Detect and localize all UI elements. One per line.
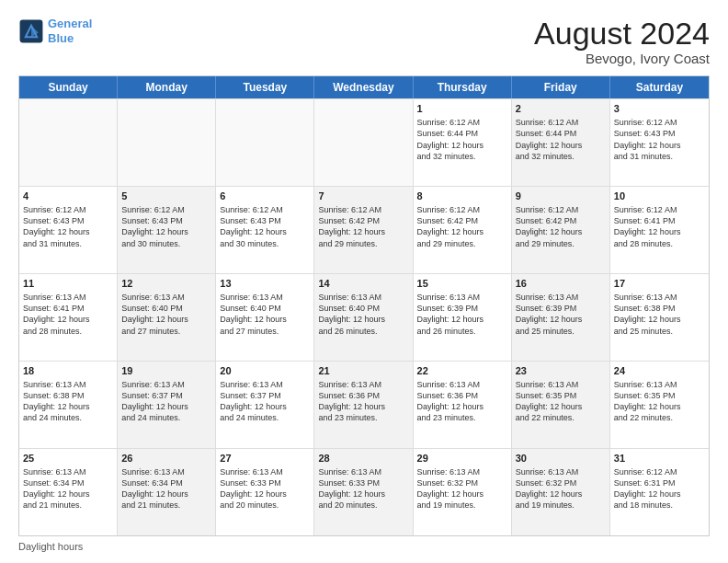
day-cell-4: 4Sunrise: 6:12 AM Sunset: 6:43 PM Daylig… — [19, 187, 118, 273]
day-cell-5: 5Sunrise: 6:12 AM Sunset: 6:43 PM Daylig… — [118, 187, 216, 273]
day-number-23: 23 — [516, 364, 606, 378]
day-cell-13: 13Sunrise: 6:13 AM Sunset: 6:40 PM Dayli… — [216, 274, 314, 361]
day-cell-18: 18Sunrise: 6:13 AM Sunset: 6:38 PM Dayli… — [19, 362, 118, 448]
day-text-12: Sunrise: 6:13 AM Sunset: 6:40 PM Dayligh… — [121, 292, 211, 337]
title-block: August 2024 Bevogo, Ivory Coast — [534, 17, 710, 66]
header-cell-tuesday: Tuesday — [216, 76, 314, 98]
empty-cell — [314, 99, 413, 186]
day-cell-1: 1Sunrise: 6:12 AM Sunset: 6:44 PM Daylig… — [414, 99, 512, 186]
day-cell-20: 20Sunrise: 6:13 AM Sunset: 6:37 PM Dayli… — [216, 362, 314, 448]
day-text-22: Sunrise: 6:13 AM Sunset: 6:36 PM Dayligh… — [417, 379, 507, 424]
day-cell-14: 14Sunrise: 6:13 AM Sunset: 6:40 PM Dayli… — [314, 274, 413, 361]
day-text-6: Sunrise: 6:12 AM Sunset: 6:43 PM Dayligh… — [220, 204, 310, 249]
calendar: SundayMondayTuesdayWednesdayThursdayFrid… — [18, 75, 710, 536]
logo: General Blue — [18, 17, 92, 45]
day-number-29: 29 — [417, 452, 507, 465]
day-text-23: Sunrise: 6:13 AM Sunset: 6:35 PM Dayligh… — [516, 379, 606, 424]
day-cell-31: 31Sunrise: 6:12 AM Sunset: 6:31 PM Dayli… — [610, 449, 709, 535]
day-cell-21: 21Sunrise: 6:13 AM Sunset: 6:36 PM Dayli… — [314, 362, 413, 448]
day-text-19: Sunrise: 6:13 AM Sunset: 6:37 PM Dayligh… — [121, 379, 211, 424]
day-cell-9: 9Sunrise: 6:12 AM Sunset: 6:42 PM Daylig… — [512, 187, 610, 273]
day-number-14: 14 — [318, 277, 408, 291]
day-text-28: Sunrise: 6:13 AM Sunset: 6:33 PM Dayligh… — [318, 466, 408, 511]
day-text-17: Sunrise: 6:13 AM Sunset: 6:38 PM Dayligh… — [614, 292, 705, 337]
day-number-10: 10 — [614, 190, 705, 203]
day-number-15: 15 — [417, 277, 507, 291]
day-number-18: 18 — [23, 364, 113, 378]
empty-cell — [19, 99, 118, 186]
day-number-30: 30 — [516, 452, 606, 465]
day-number-12: 12 — [121, 277, 211, 291]
day-cell-27: 27Sunrise: 6:13 AM Sunset: 6:33 PM Dayli… — [216, 449, 314, 535]
calendar-header-row: SundayMondayTuesdayWednesdayThursdayFrid… — [19, 76, 709, 98]
calendar-row-1: 1Sunrise: 6:12 AM Sunset: 6:44 PM Daylig… — [19, 98, 709, 186]
day-number-19: 19 — [121, 364, 211, 378]
day-number-11: 11 — [23, 277, 113, 291]
day-text-15: Sunrise: 6:13 AM Sunset: 6:39 PM Dayligh… — [417, 292, 507, 337]
header-cell-saturday: Saturday — [610, 76, 709, 98]
day-text-4: Sunrise: 6:12 AM Sunset: 6:43 PM Dayligh… — [23, 204, 113, 249]
day-text-3: Sunrise: 6:12 AM Sunset: 6:43 PM Dayligh… — [614, 117, 705, 162]
day-text-2: Sunrise: 6:12 AM Sunset: 6:44 PM Dayligh… — [516, 117, 606, 162]
day-text-24: Sunrise: 6:13 AM Sunset: 6:35 PM Dayligh… — [614, 379, 705, 424]
day-number-20: 20 — [220, 364, 310, 378]
day-text-16: Sunrise: 6:13 AM Sunset: 6:39 PM Dayligh… — [516, 292, 606, 337]
day-text-31: Sunrise: 6:12 AM Sunset: 6:31 PM Dayligh… — [614, 466, 705, 511]
day-cell-12: 12Sunrise: 6:13 AM Sunset: 6:40 PM Dayli… — [118, 274, 216, 361]
day-cell-15: 15Sunrise: 6:13 AM Sunset: 6:39 PM Dayli… — [414, 274, 512, 361]
day-cell-28: 28Sunrise: 6:13 AM Sunset: 6:33 PM Dayli… — [314, 449, 413, 535]
day-cell-6: 6Sunrise: 6:12 AM Sunset: 6:43 PM Daylig… — [216, 187, 314, 273]
day-text-25: Sunrise: 6:13 AM Sunset: 6:34 PM Dayligh… — [23, 466, 113, 511]
day-cell-22: 22Sunrise: 6:13 AM Sunset: 6:36 PM Dayli… — [414, 362, 512, 448]
calendar-body: 1Sunrise: 6:12 AM Sunset: 6:44 PM Daylig… — [19, 98, 709, 535]
day-number-24: 24 — [614, 364, 705, 378]
day-cell-30: 30Sunrise: 6:13 AM Sunset: 6:32 PM Dayli… — [512, 449, 610, 535]
day-cell-23: 23Sunrise: 6:13 AM Sunset: 6:35 PM Dayli… — [512, 362, 610, 448]
day-text-27: Sunrise: 6:13 AM Sunset: 6:33 PM Dayligh… — [220, 466, 310, 511]
day-number-28: 28 — [318, 452, 408, 465]
day-number-7: 7 — [318, 190, 408, 203]
day-cell-17: 17Sunrise: 6:13 AM Sunset: 6:38 PM Dayli… — [610, 274, 709, 361]
footer-note: Daylight hours — [18, 541, 710, 552]
day-number-2: 2 — [516, 102, 606, 116]
day-number-26: 26 — [121, 452, 211, 465]
day-number-4: 4 — [23, 190, 113, 203]
day-number-27: 27 — [220, 452, 310, 465]
day-number-5: 5 — [121, 190, 211, 203]
day-text-21: Sunrise: 6:13 AM Sunset: 6:36 PM Dayligh… — [318, 379, 408, 424]
day-cell-29: 29Sunrise: 6:13 AM Sunset: 6:32 PM Dayli… — [414, 449, 512, 535]
day-cell-7: 7Sunrise: 6:12 AM Sunset: 6:42 PM Daylig… — [314, 187, 413, 273]
day-cell-24: 24Sunrise: 6:13 AM Sunset: 6:35 PM Dayli… — [610, 362, 709, 448]
day-number-21: 21 — [318, 364, 408, 378]
day-text-9: Sunrise: 6:12 AM Sunset: 6:42 PM Dayligh… — [516, 204, 606, 249]
day-number-9: 9 — [516, 190, 606, 203]
day-text-18: Sunrise: 6:13 AM Sunset: 6:38 PM Dayligh… — [23, 379, 113, 424]
day-text-1: Sunrise: 6:12 AM Sunset: 6:44 PM Dayligh… — [417, 117, 507, 162]
header-cell-wednesday: Wednesday — [314, 76, 413, 98]
day-number-1: 1 — [417, 102, 507, 116]
day-cell-16: 16Sunrise: 6:13 AM Sunset: 6:39 PM Dayli… — [512, 274, 610, 361]
header: General Blue August 2024 Bevogo, Ivory C… — [18, 17, 710, 66]
day-text-11: Sunrise: 6:13 AM Sunset: 6:41 PM Dayligh… — [23, 292, 113, 337]
header-cell-friday: Friday — [512, 76, 610, 98]
day-text-29: Sunrise: 6:13 AM Sunset: 6:32 PM Dayligh… — [417, 466, 507, 511]
logo-icon — [18, 18, 44, 44]
day-cell-8: 8Sunrise: 6:12 AM Sunset: 6:42 PM Daylig… — [414, 187, 512, 273]
day-number-8: 8 — [417, 190, 507, 203]
location: Bevogo, Ivory Coast — [534, 51, 710, 66]
day-number-25: 25 — [23, 452, 113, 465]
day-text-8: Sunrise: 6:12 AM Sunset: 6:42 PM Dayligh… — [417, 204, 507, 249]
day-cell-3: 3Sunrise: 6:12 AM Sunset: 6:43 PM Daylig… — [610, 99, 709, 186]
header-cell-sunday: Sunday — [19, 76, 118, 98]
logo-line1: General — [48, 17, 92, 30]
page: General Blue August 2024 Bevogo, Ivory C… — [0, 0, 728, 563]
header-cell-monday: Monday — [118, 76, 216, 98]
day-cell-10: 10Sunrise: 6:12 AM Sunset: 6:41 PM Dayli… — [610, 187, 709, 273]
day-text-30: Sunrise: 6:13 AM Sunset: 6:32 PM Dayligh… — [516, 466, 606, 511]
day-text-14: Sunrise: 6:13 AM Sunset: 6:40 PM Dayligh… — [318, 292, 408, 337]
header-cell-thursday: Thursday — [414, 76, 512, 98]
day-number-16: 16 — [516, 277, 606, 291]
logo-text: General Blue — [48, 17, 92, 45]
empty-cell — [216, 99, 314, 186]
day-cell-19: 19Sunrise: 6:13 AM Sunset: 6:37 PM Dayli… — [118, 362, 216, 448]
